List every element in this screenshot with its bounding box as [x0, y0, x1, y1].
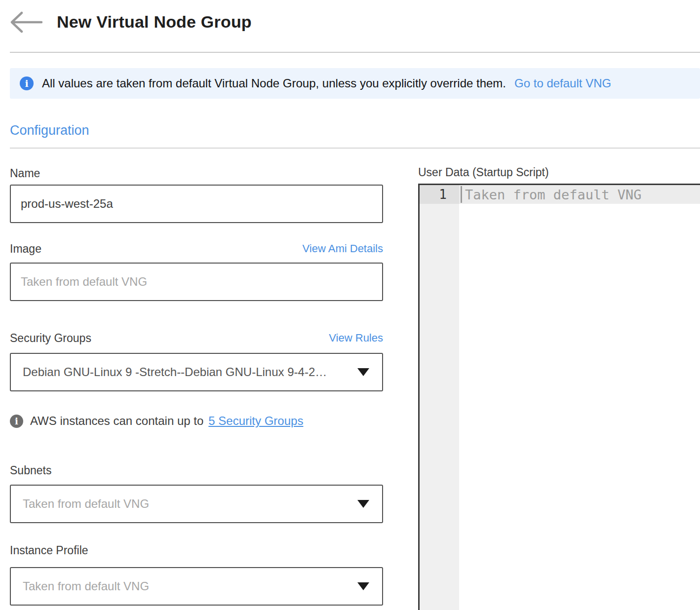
five-security-groups-link[interactable]: 5 Security Groups [208, 414, 303, 428]
subnets-dropdown[interactable]: Taken from default VNG [10, 485, 383, 523]
security-note-text: AWS instances can contain up to [30, 414, 203, 428]
form-left-column: Name Image View Ami Details Security Gro… [10, 149, 383, 606]
banner-message: All values are taken from default Virtua… [42, 76, 506, 90]
page-header: New Virtual Node Group [10, 0, 700, 52]
image-input[interactable] [10, 263, 383, 301]
name-input[interactable] [10, 185, 383, 223]
security-groups-note: i AWS instances can contain up to 5 Secu… [10, 414, 383, 428]
user-data-editor: 1 Taken from default VNG [418, 184, 700, 610]
security-groups-label: Security Groups [10, 331, 91, 345]
caret-down-icon [357, 368, 369, 376]
page-container: New Virtual Node Group i All values are … [10, 0, 700, 610]
user-data-label: User Data (Startup Script) [418, 165, 549, 179]
info-banner: i All values are taken from default Virt… [10, 68, 700, 99]
info-circle-icon: i [20, 76, 34, 90]
instance-profile-dropdown[interactable]: Taken from default VNG [10, 567, 383, 606]
security-groups-dropdown[interactable]: Debian GNU-Linux 9 -Stretch--Debian GNU-… [10, 353, 383, 391]
go-to-default-vng-link[interactable]: Go to default VNG [514, 76, 611, 90]
instance-profile-label: Instance Profile [10, 543, 88, 557]
view-ami-details-link[interactable]: View Ami Details [303, 242, 383, 256]
editor-line-number: 1 [420, 185, 459, 204]
arrow-left-icon [10, 27, 42, 35]
subnets-placeholder: Taken from default VNG [23, 497, 149, 511]
caret-down-icon [357, 500, 369, 508]
caret-down-icon [357, 582, 369, 590]
editor-line-number-gutter: 1 [420, 185, 459, 610]
form-columns: Name Image View Ami Details Security Gro… [10, 149, 700, 610]
back-button[interactable] [10, 11, 42, 33]
page-title: New Virtual Node Group [57, 11, 252, 32]
instance-profile-placeholder: Taken from default VNG [23, 579, 149, 593]
form-right-column: User Data (Startup Script) 1 Taken from … [418, 149, 700, 610]
header-divider [10, 52, 700, 53]
view-rules-link[interactable]: View Rules [329, 331, 383, 345]
info-circle-icon: i [10, 415, 23, 428]
subnets-label: Subnets [10, 463, 51, 477]
image-label: Image [10, 242, 41, 256]
text-cursor [461, 186, 462, 203]
user-data-code-area[interactable]: Taken from default VNG [459, 185, 700, 610]
name-label: Name [10, 166, 40, 180]
user-data-placeholder: Taken from default VNG [465, 187, 642, 202]
section-title-configuration: Configuration [10, 122, 700, 139]
editor-active-line: Taken from default VNG [459, 185, 700, 204]
security-groups-selected-value: Debian GNU-Linux 9 -Stretch--Debian GNU-… [23, 365, 327, 379]
